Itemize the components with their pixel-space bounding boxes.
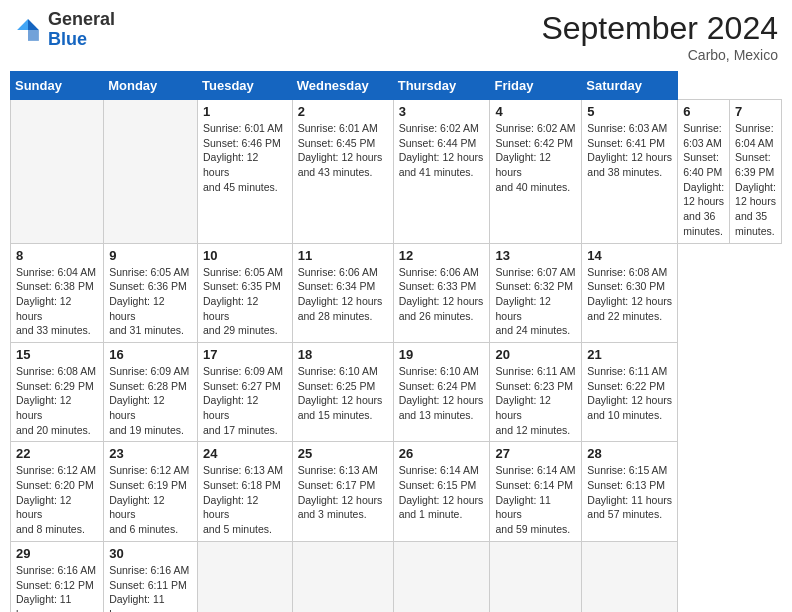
logo: General Blue	[14, 10, 115, 50]
day-info: Sunrise: 6:12 AM Sunset: 6:19 PM Dayligh…	[109, 463, 192, 536]
day-number: 24	[203, 446, 287, 461]
day-cell-20: 20Sunrise: 6:11 AM Sunset: 6:23 PM Dayli…	[490, 342, 582, 441]
calendar-header-row: SundayMondayTuesdayWednesdayThursdayFrid…	[11, 72, 782, 100]
svg-marker-1	[28, 30, 39, 41]
day-info: Sunrise: 6:11 AM Sunset: 6:23 PM Dayligh…	[495, 364, 576, 437]
empty-cell	[11, 100, 104, 244]
empty-cell	[582, 541, 678, 612]
day-cell-14: 14Sunrise: 6:08 AM Sunset: 6:30 PM Dayli…	[582, 243, 678, 342]
day-number: 21	[587, 347, 672, 362]
day-number: 25	[298, 446, 388, 461]
empty-cell	[393, 541, 490, 612]
day-info: Sunrise: 6:03 AM Sunset: 6:40 PM Dayligh…	[683, 121, 724, 239]
logo-blue: Blue	[48, 29, 87, 49]
month-title: September 2024	[541, 10, 778, 47]
day-cell-29: 29Sunrise: 6:16 AM Sunset: 6:12 PM Dayli…	[11, 541, 104, 612]
column-header-thursday: Thursday	[393, 72, 490, 100]
day-number: 20	[495, 347, 576, 362]
week-row-2: 8Sunrise: 6:04 AM Sunset: 6:38 PM Daylig…	[11, 243, 782, 342]
week-row-3: 15Sunrise: 6:08 AM Sunset: 6:29 PM Dayli…	[11, 342, 782, 441]
day-info: Sunrise: 6:09 AM Sunset: 6:27 PM Dayligh…	[203, 364, 287, 437]
day-cell-12: 12Sunrise: 6:06 AM Sunset: 6:33 PM Dayli…	[393, 243, 490, 342]
day-number: 30	[109, 546, 192, 561]
location-subtitle: Carbo, Mexico	[541, 47, 778, 63]
empty-cell	[490, 541, 582, 612]
day-number: 12	[399, 248, 485, 263]
day-cell-3: 3Sunrise: 6:02 AM Sunset: 6:44 PM Daylig…	[393, 100, 490, 244]
title-block: September 2024 Carbo, Mexico	[541, 10, 778, 63]
day-cell-26: 26Sunrise: 6:14 AM Sunset: 6:15 PM Dayli…	[393, 442, 490, 541]
day-info: Sunrise: 6:01 AM Sunset: 6:46 PM Dayligh…	[203, 121, 287, 194]
day-cell-13: 13Sunrise: 6:07 AM Sunset: 6:32 PM Dayli…	[490, 243, 582, 342]
logo-icon	[14, 16, 42, 44]
day-info: Sunrise: 6:16 AM Sunset: 6:11 PM Dayligh…	[109, 563, 192, 612]
day-number: 27	[495, 446, 576, 461]
day-info: Sunrise: 6:16 AM Sunset: 6:12 PM Dayligh…	[16, 563, 98, 612]
day-cell-5: 5Sunrise: 6:03 AM Sunset: 6:41 PM Daylig…	[582, 100, 678, 244]
day-number: 22	[16, 446, 98, 461]
day-cell-23: 23Sunrise: 6:12 AM Sunset: 6:19 PM Dayli…	[104, 442, 198, 541]
column-header-monday: Monday	[104, 72, 198, 100]
day-cell-19: 19Sunrise: 6:10 AM Sunset: 6:24 PM Dayli…	[393, 342, 490, 441]
day-number: 19	[399, 347, 485, 362]
day-info: Sunrise: 6:09 AM Sunset: 6:28 PM Dayligh…	[109, 364, 192, 437]
day-cell-15: 15Sunrise: 6:08 AM Sunset: 6:29 PM Dayli…	[11, 342, 104, 441]
day-cell-2: 2Sunrise: 6:01 AM Sunset: 6:45 PM Daylig…	[292, 100, 393, 244]
day-number: 18	[298, 347, 388, 362]
day-number: 11	[298, 248, 388, 263]
column-header-friday: Friday	[490, 72, 582, 100]
logo-text: General Blue	[48, 10, 115, 50]
day-number: 17	[203, 347, 287, 362]
day-info: Sunrise: 6:13 AM Sunset: 6:18 PM Dayligh…	[203, 463, 287, 536]
day-cell-10: 10Sunrise: 6:05 AM Sunset: 6:35 PM Dayli…	[198, 243, 293, 342]
day-number: 1	[203, 104, 287, 119]
day-number: 3	[399, 104, 485, 119]
day-cell-18: 18Sunrise: 6:10 AM Sunset: 6:25 PM Dayli…	[292, 342, 393, 441]
day-number: 16	[109, 347, 192, 362]
day-cell-24: 24Sunrise: 6:13 AM Sunset: 6:18 PM Dayli…	[198, 442, 293, 541]
day-cell-22: 22Sunrise: 6:12 AM Sunset: 6:20 PM Dayli…	[11, 442, 104, 541]
day-cell-11: 11Sunrise: 6:06 AM Sunset: 6:34 PM Dayli…	[292, 243, 393, 342]
day-info: Sunrise: 6:04 AM Sunset: 6:39 PM Dayligh…	[735, 121, 776, 239]
day-number: 13	[495, 248, 576, 263]
day-cell-17: 17Sunrise: 6:09 AM Sunset: 6:27 PM Dayli…	[198, 342, 293, 441]
day-cell-4: 4Sunrise: 6:02 AM Sunset: 6:42 PM Daylig…	[490, 100, 582, 244]
day-info: Sunrise: 6:10 AM Sunset: 6:24 PM Dayligh…	[399, 364, 485, 423]
day-info: Sunrise: 6:08 AM Sunset: 6:29 PM Dayligh…	[16, 364, 98, 437]
day-number: 2	[298, 104, 388, 119]
day-cell-16: 16Sunrise: 6:09 AM Sunset: 6:28 PM Dayli…	[104, 342, 198, 441]
day-info: Sunrise: 6:14 AM Sunset: 6:14 PM Dayligh…	[495, 463, 576, 536]
day-info: Sunrise: 6:02 AM Sunset: 6:44 PM Dayligh…	[399, 121, 485, 180]
day-info: Sunrise: 6:13 AM Sunset: 6:17 PM Dayligh…	[298, 463, 388, 522]
page-header: General Blue September 2024 Carbo, Mexic…	[10, 10, 782, 63]
day-cell-30: 30Sunrise: 6:16 AM Sunset: 6:11 PM Dayli…	[104, 541, 198, 612]
day-info: Sunrise: 6:14 AM Sunset: 6:15 PM Dayligh…	[399, 463, 485, 522]
day-cell-28: 28Sunrise: 6:15 AM Sunset: 6:13 PM Dayli…	[582, 442, 678, 541]
day-number: 15	[16, 347, 98, 362]
day-number: 14	[587, 248, 672, 263]
day-cell-1: 1Sunrise: 6:01 AM Sunset: 6:46 PM Daylig…	[198, 100, 293, 244]
day-number: 29	[16, 546, 98, 561]
logo-general: General	[48, 9, 115, 29]
day-cell-9: 9Sunrise: 6:05 AM Sunset: 6:36 PM Daylig…	[104, 243, 198, 342]
day-info: Sunrise: 6:10 AM Sunset: 6:25 PM Dayligh…	[298, 364, 388, 423]
column-header-wednesday: Wednesday	[292, 72, 393, 100]
day-info: Sunrise: 6:03 AM Sunset: 6:41 PM Dayligh…	[587, 121, 672, 180]
day-number: 7	[735, 104, 776, 119]
svg-marker-0	[28, 19, 39, 30]
day-info: Sunrise: 6:08 AM Sunset: 6:30 PM Dayligh…	[587, 265, 672, 324]
empty-cell	[292, 541, 393, 612]
day-number: 4	[495, 104, 576, 119]
day-info: Sunrise: 6:06 AM Sunset: 6:34 PM Dayligh…	[298, 265, 388, 324]
day-cell-7: 7Sunrise: 6:04 AM Sunset: 6:39 PM Daylig…	[730, 100, 782, 244]
day-info: Sunrise: 6:05 AM Sunset: 6:36 PM Dayligh…	[109, 265, 192, 338]
day-info: Sunrise: 6:07 AM Sunset: 6:32 PM Dayligh…	[495, 265, 576, 338]
week-row-1: 1Sunrise: 6:01 AM Sunset: 6:46 PM Daylig…	[11, 100, 782, 244]
day-cell-25: 25Sunrise: 6:13 AM Sunset: 6:17 PM Dayli…	[292, 442, 393, 541]
column-header-sunday: Sunday	[11, 72, 104, 100]
week-row-5: 29Sunrise: 6:16 AM Sunset: 6:12 PM Dayli…	[11, 541, 782, 612]
day-cell-21: 21Sunrise: 6:11 AM Sunset: 6:22 PM Dayli…	[582, 342, 678, 441]
week-row-4: 22Sunrise: 6:12 AM Sunset: 6:20 PM Dayli…	[11, 442, 782, 541]
day-number: 26	[399, 446, 485, 461]
day-info: Sunrise: 6:02 AM Sunset: 6:42 PM Dayligh…	[495, 121, 576, 194]
